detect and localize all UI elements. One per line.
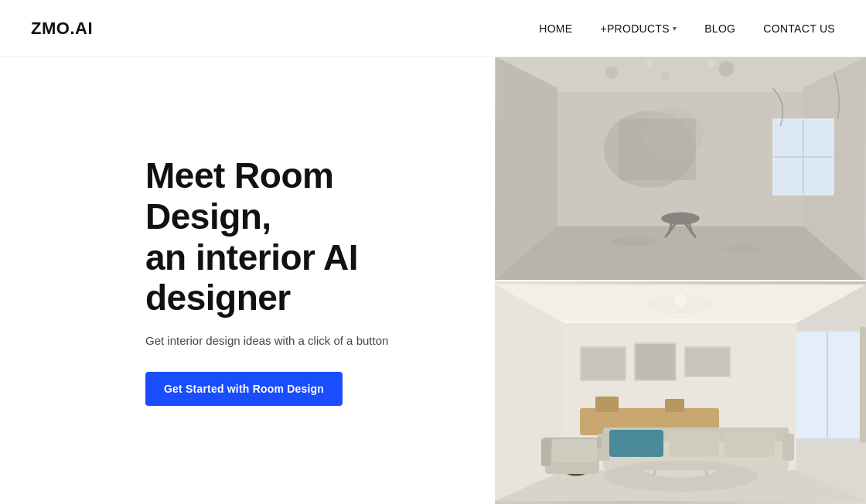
- svg-rect-62: [669, 431, 719, 457]
- svg-point-7: [719, 61, 735, 77]
- svg-point-25: [646, 60, 653, 67]
- main-content: Meet Room Design, an interior AI designe…: [0, 57, 866, 504]
- svg-marker-10: [496, 226, 865, 280]
- nav-contact[interactable]: CONTACT US: [763, 22, 835, 35]
- svg-rect-42: [636, 344, 675, 380]
- svg-rect-61: [609, 430, 663, 457]
- svg-rect-65: [782, 434, 794, 461]
- main-nav: HOME +PRODUCTS ▾ BLOG CONTACT US: [539, 22, 835, 35]
- svg-rect-40: [581, 348, 625, 380]
- svg-rect-44: [686, 348, 729, 376]
- svg-point-26: [707, 60, 715, 67]
- svg-point-8: [660, 72, 670, 81]
- hero-section: Meet Room Design, an interior AI designe…: [0, 57, 495, 504]
- before-room-svg: [495, 57, 866, 280]
- svg-point-72: [603, 461, 758, 492]
- svg-rect-68: [541, 439, 551, 466]
- svg-rect-37: [860, 327, 866, 443]
- nav-blog[interactable]: BLOG: [704, 22, 735, 35]
- nav-home[interactable]: HOME: [539, 22, 572, 35]
- svg-rect-46: [595, 397, 619, 412]
- svg-rect-69: [552, 439, 597, 462]
- svg-rect-4: [619, 118, 696, 179]
- before-room-image: [495, 57, 866, 281]
- svg-point-23: [612, 237, 658, 246]
- svg-point-18: [661, 213, 700, 225]
- svg-point-71: [674, 294, 687, 306]
- chevron-down-icon: ▾: [673, 24, 677, 32]
- hero-heading: Meet Room Design, an interior AI designe…: [145, 155, 448, 319]
- hero-images: [495, 57, 866, 504]
- after-room-image: [495, 281, 866, 504]
- site-header: ZMO.AI HOME +PRODUCTS ▾ BLOG CONTACT US: [0, 0, 866, 57]
- nav-products[interactable]: +PRODUCTS ▾: [600, 22, 677, 35]
- hero-subtext: Get interior design ideas with a click o…: [145, 334, 448, 347]
- svg-rect-63: [725, 431, 775, 457]
- svg-point-6: [605, 66, 618, 79]
- after-room-svg: [495, 281, 866, 504]
- cta-button[interactable]: Get Started with Room Design: [145, 372, 343, 406]
- svg-rect-47: [665, 399, 684, 412]
- svg-point-24: [723, 245, 762, 253]
- logo[interactable]: ZMO.AI: [31, 19, 93, 39]
